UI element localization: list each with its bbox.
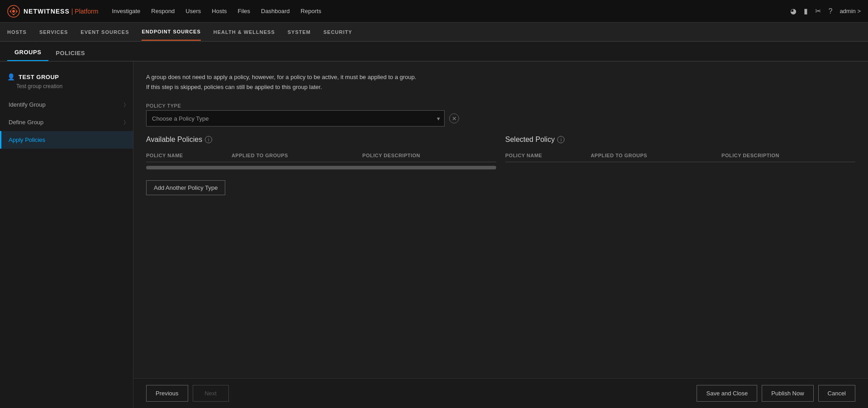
group-user-icon: 👤	[7, 73, 15, 80]
content-area: A group does not need to apply a policy,…	[133, 61, 868, 408]
content-inner: A group does not need to apply a policy,…	[133, 61, 868, 378]
svg-point-5	[12, 10, 15, 13]
sidebar-item-define-group-label: Define Group	[9, 119, 43, 126]
top-nav: NETWITNESS | Platform Investigate Respon…	[0, 0, 868, 23]
help-icon[interactable]: ?	[828, 7, 832, 15]
available-policies-scroll-thumb	[146, 166, 496, 169]
sidebar-group-name: TEST GROUP	[19, 74, 59, 80]
available-policies-section: Available Policies i POLICY NAME APPLIED…	[146, 136, 496, 173]
notifications-icon[interactable]: ▮	[804, 7, 808, 15]
policy-type-row: Choose a Policy Type ✕	[146, 110, 855, 127]
secondary-nav-services[interactable]: SERVICES	[39, 24, 68, 40]
policy-type-select-wrapper: Choose a Policy Type	[146, 110, 445, 127]
available-policies-info-icon[interactable]: i	[205, 136, 212, 143]
available-policies-title: Available Policies i	[146, 136, 496, 144]
selected-col-policy-name: POLICY NAME	[505, 149, 591, 162]
top-nav-right: ◕ ▮ ✂ ? admin >	[790, 7, 861, 15]
svg-marker-4	[15, 9, 18, 14]
admin-label[interactable]: admin >	[840, 8, 861, 14]
selected-col-description: POLICY DESCRIPTION	[721, 149, 855, 162]
tab-groups[interactable]: GROUPS	[7, 44, 48, 61]
publish-now-button[interactable]: Publish Now	[762, 385, 813, 402]
main-container: 👤 TEST GROUP Test group creation Identif…	[0, 61, 868, 408]
previous-button[interactable]: Previous	[146, 385, 188, 402]
available-policies-scrollbar[interactable]	[146, 166, 496, 169]
sidebar-item-identify-group-label: Identify Group	[9, 101, 46, 108]
logo-platform: | Platform	[71, 8, 99, 15]
sidebar-group-header: 👤 TEST GROUP	[0, 70, 133, 82]
logo-text: NETWITNESS	[24, 8, 70, 15]
available-policies-header-row: POLICY NAME APPLIED TO GROUPS POLICY DES…	[146, 149, 496, 162]
nav-reports[interactable]: Reports	[301, 6, 322, 16]
secondary-nav-system[interactable]: SYSTEM	[288, 24, 311, 40]
svg-marker-1	[11, 7, 16, 9]
sidebar-group-sub: Test group creation	[0, 82, 133, 96]
policy-type-label: POLICY TYPE	[146, 103, 855, 108]
tab-policies[interactable]: POLICIES	[48, 45, 92, 61]
svg-marker-3	[9, 9, 12, 14]
secondary-nav-health-wellness[interactable]: HEALTH & WELLNESS	[213, 24, 275, 40]
sidebar: 👤 TEST GROUP Test group creation Identif…	[0, 61, 133, 408]
cancel-button[interactable]: Cancel	[818, 385, 855, 402]
netwitness-logo-icon	[7, 5, 20, 18]
svg-marker-2	[11, 13, 16, 15]
sidebar-item-apply-policies[interactable]: Apply Policies	[0, 131, 133, 149]
info-line-1: A group does not need to apply a policy,…	[146, 72, 855, 82]
available-col-description: POLICY DESCRIPTION	[362, 149, 496, 162]
history-icon[interactable]: ◕	[790, 7, 797, 15]
info-block: A group does not need to apply a policy,…	[146, 72, 855, 92]
secondary-nav: HOSTS SERVICES EVENT SOURCES ENDPOINT SO…	[0, 23, 868, 42]
logo-area: NETWITNESS | Platform	[7, 5, 98, 18]
nav-respond[interactable]: Respond	[151, 6, 175, 16]
tables-section: Available Policies i POLICY NAME APPLIED…	[146, 136, 855, 173]
nav-dashboard[interactable]: Dashboard	[261, 6, 290, 16]
nav-investigate[interactable]: Investigate	[112, 6, 140, 16]
sidebar-item-apply-policies-label: Apply Policies	[9, 136, 45, 143]
save-close-button[interactable]: Save and Close	[697, 385, 757, 402]
chevron-right-icon: 〉	[124, 102, 126, 108]
tabs-bar: GROUPS POLICIES	[0, 42, 868, 61]
secondary-nav-event-sources[interactable]: EVENT SOURCES	[81, 24, 129, 40]
selected-col-applied-groups: APPLIED TO GROUPS	[591, 149, 721, 162]
clear-policy-type-button[interactable]: ✕	[449, 113, 459, 123]
next-button[interactable]: Next	[193, 385, 229, 402]
footer-bar: Previous Next Save and Close Publish Now…	[133, 378, 868, 408]
nav-files[interactable]: Files	[238, 6, 250, 16]
top-nav-links: Investigate Respond Users Hosts Files Da…	[112, 6, 790, 16]
add-another-policy-type-button[interactable]: Add Another Policy Type	[146, 180, 225, 195]
available-col-applied-groups: APPLIED TO GROUPS	[232, 149, 362, 162]
sidebar-item-identify-group[interactable]: Identify Group 〉	[0, 96, 133, 113]
policy-type-section: POLICY TYPE Choose a Policy Type ✕	[146, 103, 855, 127]
available-col-policy-name: POLICY NAME	[146, 149, 232, 162]
chevron-right-icon-2: 〉	[124, 119, 126, 125]
secondary-nav-endpoint-sources[interactable]: ENDPOINT SOURCES	[142, 23, 200, 41]
selected-policy-section: Selected Policy i POLICY NAME APPLIED TO…	[505, 136, 855, 173]
selected-policy-info-icon[interactable]: i	[557, 136, 564, 143]
selected-policy-header-row: POLICY NAME APPLIED TO GROUPS POLICY DES…	[505, 149, 855, 162]
secondary-nav-hosts[interactable]: HOSTS	[7, 24, 27, 40]
sidebar-item-define-group[interactable]: Define Group 〉	[0, 113, 133, 131]
tools-icon[interactable]: ✂	[815, 7, 821, 15]
secondary-nav-security[interactable]: SECURITY	[323, 24, 352, 40]
policy-type-select[interactable]: Choose a Policy Type	[146, 110, 445, 127]
nav-hosts[interactable]: Hosts	[212, 6, 227, 16]
available-policies-table: POLICY NAME APPLIED TO GROUPS POLICY DES…	[146, 149, 496, 162]
selected-policy-title: Selected Policy i	[505, 136, 855, 144]
selected-policy-table: POLICY NAME APPLIED TO GROUPS POLICY DES…	[505, 149, 855, 162]
info-line-2: If this step is skipped, policies can st…	[146, 82, 855, 92]
nav-users[interactable]: Users	[185, 6, 201, 16]
